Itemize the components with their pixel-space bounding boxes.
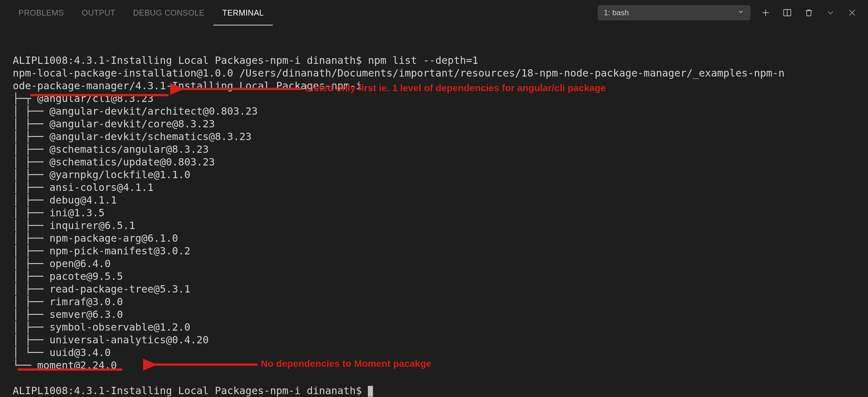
chevron-down-icon (737, 8, 744, 17)
terminal-selector[interactable]: 1: bash (598, 5, 750, 20)
terminal-dep-lines: │ ├── @angular-devkit/architect@0.803.23… (13, 105, 258, 359)
maximize-panel-button[interactable] (824, 6, 837, 19)
tabs-left: PROBLEMS OUTPUT DEBUG CONSOLE TERMINAL (9, 0, 273, 25)
tab-problems[interactable]: PROBLEMS (9, 0, 73, 25)
terminal-line: └── moment@2.24.0 (13, 359, 117, 371)
terminal-selector-label: 1: bash (604, 8, 629, 17)
kill-terminal-button[interactable] (803, 6, 815, 19)
terminal-prompt: ALIPL1008:4.3.1-Installing Local Package… (13, 385, 368, 397)
tab-debug-console[interactable]: DEBUG CONSOLE (124, 0, 214, 25)
terminal-line: ode-package-manager/4.3.1-Installing Loc… (13, 80, 362, 92)
split-terminal-button[interactable] (781, 6, 794, 19)
terminal-output[interactable]: ALIPL1008:4.3.1-Installing Local Package… (0, 25, 868, 397)
tab-output[interactable]: OUTPUT (73, 0, 124, 25)
terminal-line: ├─┬ @angular/cli@8.3.23 (13, 92, 154, 104)
new-terminal-button[interactable] (759, 6, 772, 19)
cursor-icon (368, 386, 373, 397)
tab-terminal[interactable]: TERMINAL (213, 0, 273, 25)
tabs-right-actions: 1: bash (598, 5, 859, 20)
terminal-line: ALIPL1008:4.3.1-Installing Local Package… (13, 54, 478, 66)
close-panel-button[interactable] (846, 6, 859, 19)
terminal-line: npm-local-package-installation@1.0.0 /Us… (13, 67, 784, 79)
panel-tabs: PROBLEMS OUTPUT DEBUG CONSOLE TERMINAL 1… (0, 0, 868, 25)
